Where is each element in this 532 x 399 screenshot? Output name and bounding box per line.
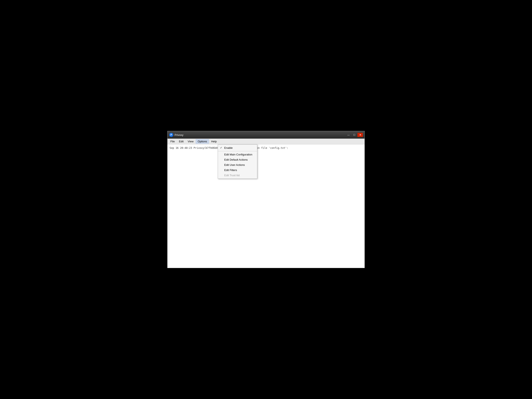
minimize-button[interactable]: — [346, 133, 351, 137]
close-button[interactable]: ✕ [357, 133, 363, 137]
main-window: P Privoxy — ☐ ✕ File Edit View Options H… [167, 131, 365, 268]
title-bar-left: P Privoxy [169, 133, 184, 137]
menu-item-edit-default-actions[interactable]: Edit Default Actions [218, 157, 257, 162]
menu-options[interactable]: Options [196, 139, 209, 144]
window-controls: — ☐ ✕ [346, 133, 363, 137]
menu-item-enable[interactable]: Enable [218, 145, 257, 151]
title-bar: P Privoxy — ☐ ✕ [167, 131, 365, 139]
content-area: Sep 16 20:48:23 Privoxy(b7f9d6b0) Info: … [167, 145, 365, 268]
maximize-button[interactable]: ☐ [352, 133, 357, 137]
menu-file[interactable]: File [168, 139, 177, 144]
menu-help[interactable]: Help [209, 139, 219, 144]
log-line: Sep 16 20:48:23 Privoxy(b7f9d6b0) Info: … [170, 146, 362, 149]
menu-view[interactable]: View [186, 139, 196, 144]
app-icon: P [169, 133, 173, 137]
menu-separator [218, 151, 257, 151]
window-title: Privoxy [175, 133, 184, 137]
menu-item-edit-user-actions[interactable]: Edit User Actions [218, 162, 257, 167]
menu-item-edit-trust-list: Edit Trust list [218, 173, 257, 178]
menu-bar: File Edit View Options Help Enable Edit … [167, 139, 365, 145]
options-dropdown-menu: Enable Edit Main Configuration Edit Defa… [218, 145, 257, 179]
menu-item-edit-main-config[interactable]: Edit Main Configuration [218, 152, 257, 157]
menu-item-edit-filters[interactable]: Edit Filters [218, 167, 257, 173]
menu-edit[interactable]: Edit [177, 139, 186, 144]
